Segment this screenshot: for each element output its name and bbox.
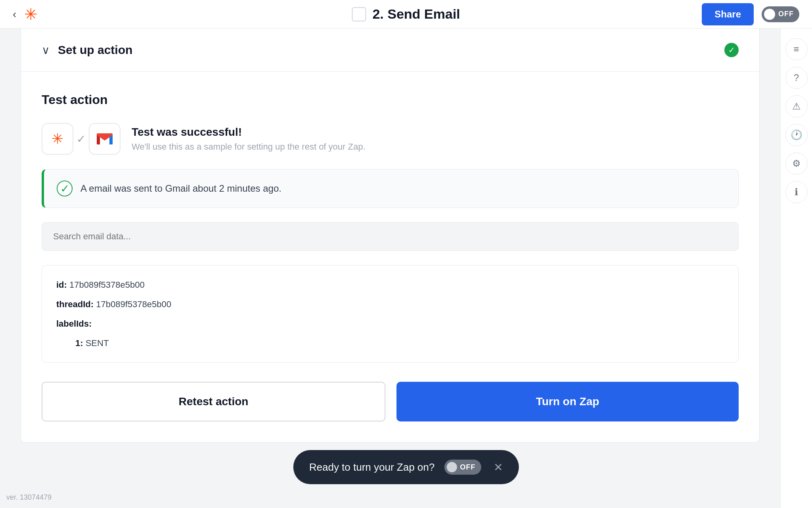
toggle-label: OFF (778, 10, 794, 18)
toast-text: Ready to turn your Zap on? (309, 461, 435, 473)
search-email-input[interactable] (42, 222, 739, 251)
zapier-star-icon: ✳ (52, 131, 63, 147)
data-row-id: id: 17b089f5378e5b00 (56, 278, 724, 291)
action-buttons: Retest action Turn on Zap (42, 382, 739, 421)
ready-toast: Ready to turn your Zap on? OFF ✕ (293, 450, 519, 484)
status-text: A email was sent to Gmail about 2 minute… (80, 183, 282, 194)
info-icon: ℹ (795, 187, 798, 198)
turn-on-zap-button[interactable]: Turn on Zap (396, 382, 739, 421)
header-right: Share OFF (702, 3, 799, 25)
main-layout: ∨ Set up action ✓ Test action ✳ ✓ (0, 29, 812, 508)
share-button[interactable]: Share (702, 3, 754, 25)
gmail-icon (94, 129, 115, 149)
settings-icon-button[interactable]: ⚙ (785, 152, 808, 175)
header-toggle[interactable]: OFF (762, 6, 799, 22)
data-row-label-ids: labelIds: (56, 317, 724, 330)
test-action-title: Test action (42, 92, 739, 107)
success-icons-row: ✳ ✓ (42, 123, 739, 155)
toast-toggle-circle (446, 462, 457, 472)
section-header-left: ∨ Set up action (42, 43, 132, 57)
data-row-label-ids-1: 1: SENT (75, 337, 724, 350)
right-sidebar: ≡ ? ⚠ 🕐 ⚙ ℹ (780, 29, 812, 508)
toast-close-button[interactable]: ✕ (494, 461, 503, 474)
toggle-circle (764, 9, 775, 20)
data-row-thread-id: threadId: 17b089f5378e5b00 (56, 298, 724, 311)
section-complete-icon: ✓ (724, 43, 739, 57)
success-text-block: Test was successful! We'll use this as a… (132, 126, 366, 152)
retest-action-button[interactable]: Retest action (42, 382, 385, 421)
version-label: ver. 13074479 (6, 493, 52, 502)
status-card: ✓ A email was sent to Gmail about 2 minu… (42, 169, 739, 208)
chevron-down-icon: ∨ (42, 44, 50, 57)
zapier-icon-box: ✳ (42, 123, 73, 155)
header: ‹ ✳ 2. Send Email Share OFF (0, 0, 812, 29)
clock-icon: 🕐 (791, 129, 802, 140)
gear-icon: ⚙ (792, 158, 801, 169)
success-subtitle: We'll use this as a sample for setting u… (132, 142, 366, 152)
inner-content: Test action ✳ ✓ (21, 72, 759, 442)
warning-icon: ⚠ (792, 101, 801, 112)
section-title: Set up action (58, 43, 132, 57)
check-separator-icon: ✓ (77, 133, 86, 146)
main-panel: ∨ Set up action ✓ Test action ✳ ✓ (21, 29, 760, 443)
warning-icon-button[interactable]: ⚠ (785, 95, 808, 117)
toast-toggle-label: OFF (460, 463, 475, 471)
page-title: 2. Send Email (372, 6, 460, 22)
gmail-icon-box (89, 123, 121, 155)
email-data-list: id: 17b089f5378e5b00 threadId: 17b089f53… (42, 265, 739, 363)
section-header[interactable]: ∨ Set up action ✓ (21, 29, 759, 72)
success-title: Test was successful! (132, 126, 366, 139)
menu-icon: ≡ (793, 44, 799, 55)
header-left: ‹ ✳ (13, 5, 38, 23)
menu-icon-button[interactable]: ≡ (785, 38, 808, 60)
zapier-logo: ✳ (24, 5, 38, 23)
status-check-icon: ✓ (57, 181, 73, 196)
step-checkbox[interactable] (352, 7, 366, 21)
back-button[interactable]: ‹ (13, 8, 16, 21)
info-icon-button[interactable]: ℹ (785, 181, 808, 203)
toast-toggle[interactable]: OFF (444, 460, 481, 475)
help-icon-button[interactable]: ? (785, 67, 808, 89)
help-icon: ? (794, 72, 799, 83)
content-area: ∨ Set up action ✓ Test action ✳ ✓ (0, 29, 780, 508)
history-icon-button[interactable]: 🕐 (785, 124, 808, 146)
header-center: 2. Send Email (352, 6, 460, 22)
